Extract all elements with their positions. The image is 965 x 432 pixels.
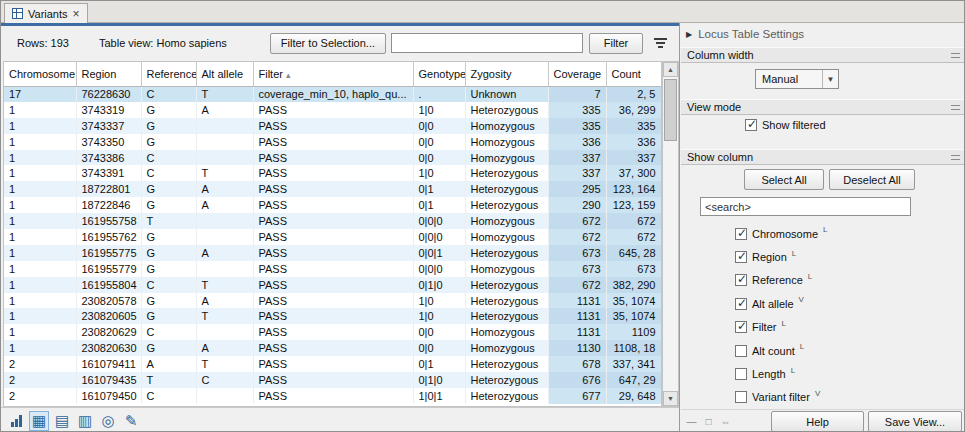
table-row[interactable]: 118722801GAPASS0|1Heterozygous295123, 16… [4, 181, 661, 197]
cell-count[interactable]: 645, 28 [606, 245, 661, 261]
cell-chromosome[interactable]: 1 [4, 197, 76, 213]
checkbox[interactable] [735, 368, 747, 380]
cell-zygosity[interactable]: Heterozygous [465, 277, 548, 293]
cell-coverage[interactable]: 672 [548, 229, 606, 245]
table-row[interactable]: 1230820605GTPASS1|0Heterozygous113135, 1… [4, 308, 661, 324]
cell-chromosome[interactable]: 1 [4, 277, 76, 293]
cell-filter[interactable]: PASS [253, 102, 413, 118]
checkbox[interactable] [735, 321, 747, 333]
cell-chromosome[interactable]: 1 [4, 340, 76, 356]
cell-count[interactable]: 672 [606, 229, 661, 245]
cell-filter[interactable]: PASS [253, 181, 413, 197]
dock-panel-icon[interactable]: ⇔ [719, 416, 732, 427]
cell-reference[interactable]: G [141, 197, 196, 213]
show-filtered-toggle[interactable]: Show filtered [745, 119, 826, 131]
circular-view-icon[interactable]: ◎ [98, 411, 118, 431]
cell-chromosome[interactable]: 2 [4, 356, 76, 372]
cell-genotype[interactable]: 0|0 [413, 324, 465, 340]
cell-genotype[interactable]: 0|1 [413, 197, 465, 213]
cell-count[interactable]: 337 [606, 150, 661, 166]
cell-zygosity[interactable]: Homozygous [465, 261, 548, 277]
cell-reference[interactable]: C [141, 150, 196, 166]
cell-filter[interactable]: PASS [253, 197, 413, 213]
table-row[interactable]: 13743386CPASS0|0Homozygous337337 [4, 150, 661, 166]
cell-zygosity[interactable]: Homozygous [465, 118, 548, 134]
cell-alt-allele[interactable]: C [196, 372, 253, 388]
cell-zygosity[interactable]: Heterozygous [465, 372, 548, 388]
cell-genotype[interactable]: 0|0|0 [413, 213, 465, 229]
column-toggle-alt-count[interactable]: Alt countL [735, 339, 960, 362]
cell-region[interactable]: 18722846 [76, 197, 141, 213]
cell-genotype[interactable]: 0|1 [413, 356, 465, 372]
cell-zygosity[interactable]: Heterozygous [465, 165, 548, 181]
cell-genotype[interactable]: 0|0 [413, 118, 465, 134]
cell-chromosome[interactable]: 1 [4, 308, 76, 324]
cell-filter[interactable]: PASS [253, 356, 413, 372]
cell-alt-allele[interactable]: T [196, 86, 253, 102]
save-view-button[interactable]: Save View... [868, 411, 962, 432]
cell-genotype[interactable]: 0|0|0 [413, 261, 465, 277]
cell-coverage[interactable]: 295 [548, 181, 606, 197]
cell-coverage[interactable]: 335 [548, 118, 606, 134]
help-button[interactable]: Help [771, 411, 864, 432]
cell-filter[interactable]: PASS [253, 293, 413, 309]
cell-chromosome[interactable]: 2 [4, 372, 76, 388]
collapse-section-icon[interactable] [951, 155, 960, 160]
cell-reference[interactable]: C [141, 86, 196, 102]
cell-count[interactable]: 337, 341 [606, 356, 661, 372]
cell-region[interactable]: 3743337 [76, 118, 141, 134]
cell-alt-allele[interactable] [196, 388, 253, 404]
cell-chromosome[interactable]: 1 [4, 102, 76, 118]
spreadsheet-icon[interactable]: ▥ [75, 411, 95, 431]
cell-reference[interactable]: G [141, 118, 196, 134]
cell-genotype[interactable]: . [413, 86, 465, 102]
collapse-settings-icon[interactable]: ▶ [686, 30, 692, 39]
cell-count[interactable]: 29, 648 [606, 388, 661, 404]
cell-genotype[interactable]: 0|1|0 [413, 372, 465, 388]
cell-count[interactable]: 672 [606, 213, 661, 229]
cell-coverage[interactable]: 672 [548, 277, 606, 293]
table-row[interactable]: 118722846GAPASS0|1Heterozygous290123, 15… [4, 197, 661, 213]
table-row[interactable]: 1161955804CTPASS0|1|0Heterozygous672382,… [4, 277, 661, 293]
cell-chromosome[interactable]: 1 [4, 134, 76, 150]
cell-alt-allele[interactable]: A [196, 340, 253, 356]
vertical-scrollbar[interactable]: ▲ ▼ [662, 61, 679, 407]
cell-genotype[interactable]: 1|0 [413, 293, 465, 309]
cell-chromosome[interactable]: 1 [4, 118, 76, 134]
cell-region[interactable]: 161955762 [76, 229, 141, 245]
close-icon[interactable]: × [73, 9, 80, 19]
tab-variants[interactable]: Variants × [4, 3, 88, 23]
column-toggle-length[interactable]: LengthL [735, 362, 960, 385]
filter-button[interactable]: Filter [589, 33, 643, 54]
cell-reference[interactable]: G [141, 293, 196, 309]
cell-count[interactable]: 1109 [606, 324, 661, 340]
checkbox[interactable] [745, 119, 757, 131]
cell-reference[interactable]: C [141, 388, 196, 404]
table-row[interactable]: 13743391CTPASS1|0Heterozygous33737, 300 [4, 165, 661, 181]
checkbox[interactable] [735, 298, 747, 310]
cell-region[interactable]: 18722801 [76, 181, 141, 197]
cell-zygosity[interactable]: Homozygous [465, 213, 548, 229]
cell-filter[interactable]: PASS [253, 388, 413, 404]
cell-alt-allele[interactable]: A [196, 181, 253, 197]
cell-reference[interactable]: G [141, 134, 196, 150]
cell-count[interactable]: 382, 290 [606, 277, 661, 293]
cell-count[interactable]: 123, 159 [606, 197, 661, 213]
cell-filter[interactable]: PASS [253, 324, 413, 340]
cell-zygosity[interactable]: Heterozygous [465, 388, 548, 404]
cell-count[interactable]: 1108, 18 [606, 340, 661, 356]
column-toggle-filter[interactable]: FilterL [735, 316, 960, 339]
cell-alt-allele[interactable] [196, 150, 253, 166]
cell-alt-allele[interactable] [196, 261, 253, 277]
column-header-reference[interactable]: Reference [141, 62, 196, 86]
cell-filter[interactable]: PASS [253, 118, 413, 134]
cell-zygosity[interactable]: Heterozygous [465, 308, 548, 324]
table-row[interactable]: 1161955758TPASS0|0|0Homozygous672672 [4, 213, 661, 229]
cell-chromosome[interactable]: 1 [4, 261, 76, 277]
cell-genotype[interactable]: 0|0|1 [413, 245, 465, 261]
table-row[interactable]: 2161079450CPASS1|0|1Heterozygous67729, 6… [4, 388, 661, 404]
column-toggle-reference[interactable]: ReferenceL [735, 269, 960, 292]
cell-genotype[interactable]: 0|1|0 [413, 277, 465, 293]
cell-coverage[interactable]: 7 [548, 86, 606, 102]
cell-chromosome[interactable]: 17 [4, 86, 76, 102]
